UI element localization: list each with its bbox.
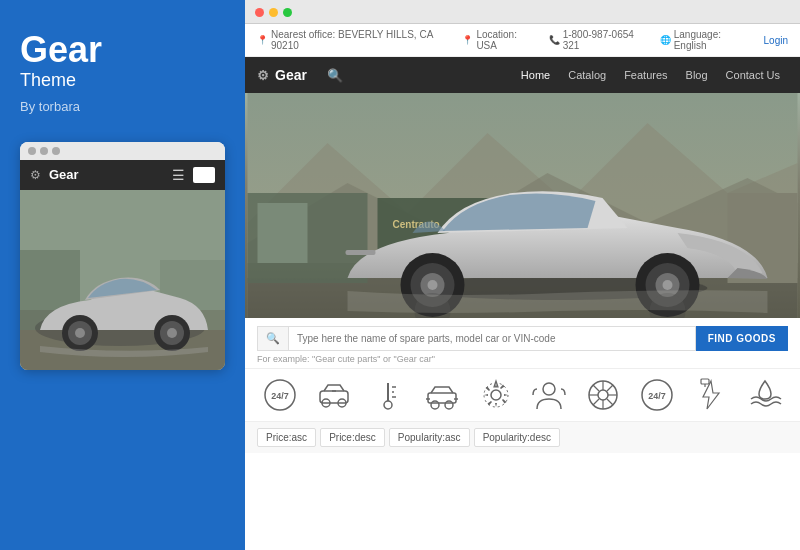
mobile-search-box	[193, 167, 215, 183]
svg-point-10	[167, 328, 177, 338]
filter-price-desc[interactable]: Price:desc	[320, 428, 385, 447]
nav-features[interactable]: Features	[616, 69, 675, 81]
search-row: 🔍 FIND GOODS	[257, 326, 788, 351]
mobile-dot-3	[52, 147, 60, 155]
svg-rect-22	[346, 250, 376, 255]
svg-point-30	[663, 280, 673, 290]
mobile-dot-2	[40, 147, 48, 155]
info-phone: 📞 1-800-987-0654 321	[549, 29, 646, 51]
search-icon-box: 🔍	[257, 326, 288, 351]
svg-point-45	[431, 401, 439, 409]
svg-text:24/7: 24/7	[271, 391, 289, 401]
location-text: Location: USA	[476, 29, 534, 51]
mobile-hero-image	[20, 190, 225, 370]
filter-price-asc[interactable]: Price:asc	[257, 428, 316, 447]
carservice-icon-svg	[424, 377, 460, 413]
search-example-text: For example: "Gear cute parts" or "Gear …	[257, 354, 788, 364]
svg-point-51	[543, 383, 555, 395]
language-text: Language: English	[674, 29, 750, 51]
mobile-gear-icon: ⚙	[30, 168, 41, 182]
login-link[interactable]: Login	[764, 35, 788, 46]
filter-row: Price:asc Price:desc Popularity:asc Popu…	[245, 422, 800, 453]
svg-point-7	[75, 328, 85, 338]
temp-icon-svg	[370, 377, 406, 413]
search-magnifier-icon: 🔍	[266, 332, 280, 345]
search-section: 🔍 FIND GOODS For example: "Gear cute par…	[245, 318, 800, 369]
service-icon-water	[747, 377, 783, 413]
hero-image: Centrauto	[245, 93, 800, 318]
nav-contact[interactable]: Contact Us	[718, 69, 788, 81]
find-goods-button[interactable]: FIND GOODS	[696, 326, 788, 351]
svg-line-60	[607, 385, 613, 391]
mobile-dots	[20, 142, 225, 160]
phone-icon: 📞	[549, 35, 560, 45]
service-icon-settings	[478, 377, 514, 413]
info-office: 📍 Nearest office: BEVERLY HILLS, CA 9021…	[257, 29, 448, 51]
info-bar: 📍 Nearest office: BEVERLY HILLS, CA 9021…	[245, 24, 800, 57]
nav-blog[interactable]: Blog	[678, 69, 716, 81]
navbar-gear-icon: ⚙	[257, 68, 269, 83]
office-icon: 📍	[257, 35, 268, 45]
svg-point-46	[445, 401, 453, 409]
theme-title: Gear	[20, 30, 225, 70]
service-icon-247: 24/7	[262, 377, 298, 413]
nav-home[interactable]: Home	[513, 69, 558, 81]
electric-icon-svg	[693, 377, 729, 413]
info-location: 📍 Location: USA	[462, 29, 534, 51]
mobile-brand-title: Gear	[49, 167, 164, 182]
247-icon-svg: 24/7	[262, 377, 298, 413]
navbar-links: Home Catalog Features Blog Contact Us	[513, 69, 788, 81]
service-icon-247b: 24/7	[639, 377, 675, 413]
svg-rect-17	[258, 203, 308, 263]
website-content: 📍 Nearest office: BEVERLY HILLS, CA 9021…	[245, 24, 800, 550]
browser-maximize-dot[interactable]	[283, 8, 292, 17]
location-icon: 📍	[462, 35, 473, 45]
info-language: 🌐 Language: English	[660, 29, 750, 51]
service-icons-row: 24/7	[245, 369, 800, 422]
hero-svg: Centrauto	[245, 93, 800, 318]
phone-text: 1-800-987-0654 321	[563, 29, 646, 51]
browser-minimize-dot[interactable]	[269, 8, 278, 17]
mobile-hamburger-icon[interactable]: ☰	[172, 167, 185, 183]
navbar-brand: ⚙ Gear	[257, 67, 307, 83]
svg-point-26	[428, 280, 438, 290]
browser-chrome	[245, 0, 800, 24]
settings-icon-svg	[478, 377, 514, 413]
svg-line-59	[607, 399, 613, 405]
nav-catalog[interactable]: Catalog	[560, 69, 614, 81]
support-icon-svg	[531, 377, 567, 413]
search-input[interactable]	[288, 326, 696, 351]
left-panel: Gear Theme By torbara ⚙ Gear ☰	[0, 0, 245, 550]
svg-point-53	[598, 390, 608, 400]
mobile-hero-svg	[20, 190, 225, 370]
mobile-dot-1	[28, 147, 36, 155]
service-icon-carservice	[424, 377, 460, 413]
hero-svg-container: Centrauto	[245, 93, 800, 318]
svg-line-58	[593, 385, 599, 391]
service-icon-support	[531, 377, 567, 413]
navbar-search-button[interactable]: 🔍	[327, 68, 343, 83]
wheel-icon-svg	[585, 377, 621, 413]
mobile-preview: ⚙ Gear ☰	[20, 142, 225, 370]
language-icon: 🌐	[660, 35, 671, 45]
theme-author: By torbara	[20, 99, 225, 114]
water-icon-svg	[747, 377, 783, 413]
service-icon-electric	[693, 377, 729, 413]
right-panel: 📍 Nearest office: BEVERLY HILLS, CA 9021…	[245, 0, 800, 550]
svg-text:24/7: 24/7	[648, 391, 666, 401]
parts-icon-svg	[316, 377, 352, 413]
office-text: Nearest office: BEVERLY HILLS, CA 90210	[271, 29, 448, 51]
filter-popularity-asc[interactable]: Popularity:asc	[389, 428, 470, 447]
browser-close-dot[interactable]	[255, 8, 264, 17]
main-navbar: ⚙ Gear 🔍 Home Catalog Features Blog Cont…	[245, 57, 800, 93]
theme-subtitle: Theme	[20, 70, 225, 91]
filter-popularity-desc[interactable]: Popularity:desc	[474, 428, 560, 447]
svg-line-61	[593, 399, 599, 405]
navbar-brand-text: Gear	[275, 67, 307, 83]
247b-icon-svg: 24/7	[639, 377, 675, 413]
svg-point-49	[491, 390, 501, 400]
svg-rect-64	[701, 379, 709, 384]
service-icon-temp	[370, 377, 406, 413]
svg-rect-35	[320, 391, 348, 403]
service-icon-wheel	[585, 377, 621, 413]
